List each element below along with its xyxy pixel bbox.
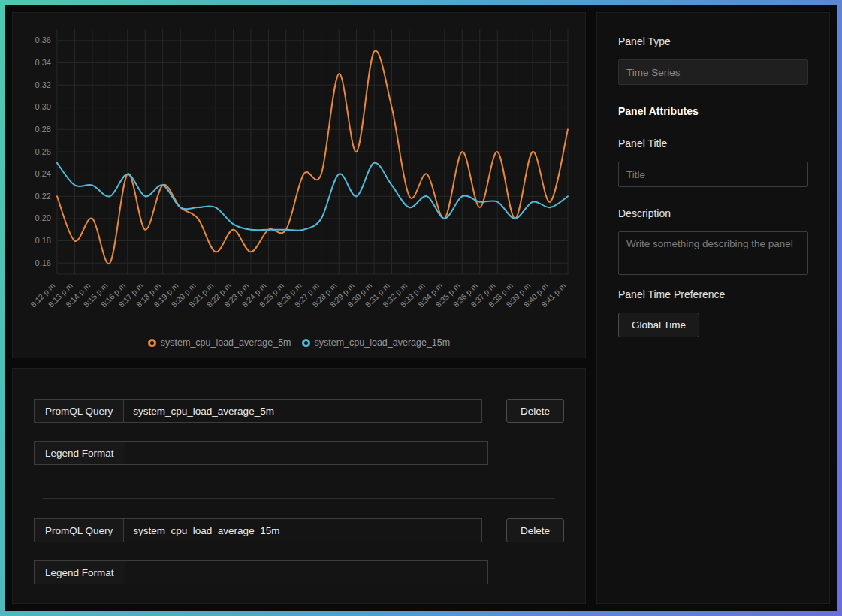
query-group-2: PromQL Query Delete Legend Format [34,518,564,584]
legend-label: system_cpu_load_average_15m [315,337,451,348]
timeseries-chart-svg: 0.160.180.200.220.240.260.280.300.320.34… [20,19,578,334]
main-column: 0.160.180.200.220.240.260.280.300.320.34… [12,12,586,604]
legend-ring-icon [302,339,310,347]
y-axis-tick-label: 0.26 [35,147,51,156]
panel-attributes-heading: Panel Attributes [618,105,808,117]
legend-format-input[interactable] [125,442,487,464]
time-preference-label: Panel Time Preference [618,288,808,300]
promql-input-group: PromQL Query [34,399,482,423]
chart-panel: 0.160.180.200.220.240.260.280.300.320.34… [12,12,586,358]
promql-query-label: PromQL Query [35,400,124,422]
legend-format-row: Legend Format [34,441,564,465]
timeseries-chart: 0.160.180.200.220.240.260.280.300.320.34… [20,19,578,337]
y-axis-tick-label: 0.32 [35,80,51,89]
y-axis-tick-label: 0.30 [35,102,51,111]
legend-ring-icon [148,339,156,347]
y-axis-tick-label: 0.36 [35,35,51,44]
legend-format-label: Legend Format [35,561,125,584]
promql-input-group: PromQL Query [34,518,482,542]
y-axis-tick-label: 0.34 [35,58,51,67]
legend-item-5m[interactable]: system_cpu_load_average_5m [148,337,291,348]
legend-format-input[interactable] [125,561,487,584]
y-axis-tick-label: 0.22 [35,192,51,201]
y-axis-tick-label: 0.18 [35,236,51,245]
panel-type-label: Panel Type [618,35,808,47]
global-time-button[interactable]: Global Time [618,313,699,337]
legend-format-label: Legend Format [35,442,125,464]
query-divider [43,498,555,499]
panel-title-input[interactable] [618,162,808,187]
series-line-system_cpu_load_average_5m [57,50,568,264]
promql-query-input[interactable] [124,400,481,422]
panel-type-select[interactable] [618,59,808,85]
delete-query-button[interactable]: Delete [506,518,564,542]
query-editor-panel: PromQL Query Delete Legend Format [12,368,586,604]
promql-query-input[interactable] [124,519,481,542]
promql-query-row: PromQL Query Delete [34,518,564,542]
description-label: Description [618,207,808,219]
panel-settings-sidebar: Panel Type Panel Attributes Panel Title … [596,12,830,604]
legend-format-input-group: Legend Format [34,441,488,465]
legend-item-15m[interactable]: system_cpu_load_average_15m [302,337,451,348]
query-group-1: PromQL Query Delete Legend Format [34,399,564,465]
legend-format-row: Legend Format [34,560,564,584]
chart-legend: system_cpu_load_average_5m system_cpu_lo… [20,337,578,348]
promql-query-label: PromQL Query [35,519,124,542]
panel-editor-page: 0.160.180.200.220.240.260.280.300.320.34… [5,5,837,611]
y-axis-tick-label: 0.28 [35,125,51,134]
delete-query-button[interactable]: Delete [506,399,564,423]
y-axis-tick-label: 0.24 [35,169,51,178]
y-axis-tick-label: 0.20 [35,213,51,222]
legend-format-input-group: Legend Format [34,560,488,584]
legend-label: system_cpu_load_average_5m [161,337,291,348]
gradient-frame: 0.160.180.200.220.240.260.280.300.320.34… [0,0,842,616]
y-axis-tick-label: 0.16 [35,258,51,267]
promql-query-row: PromQL Query Delete [34,399,564,423]
description-textarea[interactable] [618,231,808,275]
panel-title-label: Panel Title [618,137,808,149]
